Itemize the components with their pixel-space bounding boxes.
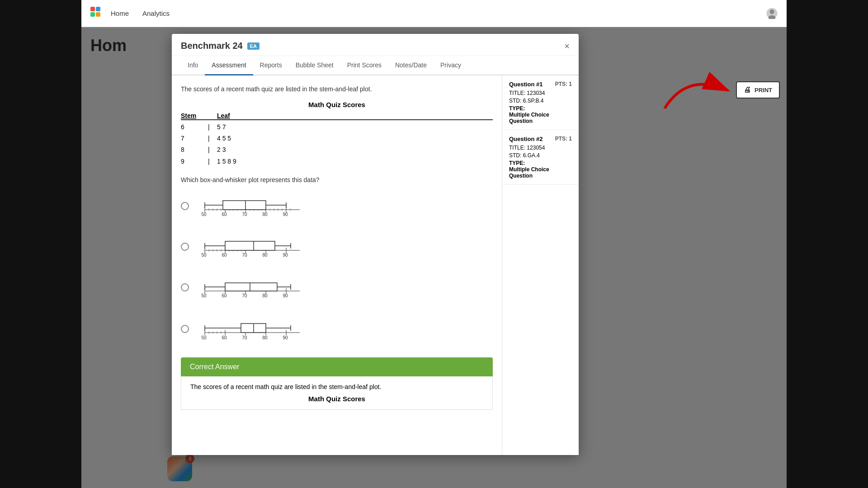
correct-answer-section: Correct Answer The scores of a recent ma…: [181, 357, 493, 410]
q1-pts-value: 1: [569, 81, 572, 87]
svg-text:90: 90: [283, 212, 288, 217]
nav-analytics[interactable]: Analytics: [142, 9, 170, 17]
svg-text:70: 70: [242, 335, 247, 340]
svg-text:90: 90: [283, 293, 288, 298]
print-button-label: PRINT: [755, 87, 772, 94]
svg-point-5: [770, 9, 774, 14]
top-navigation: Home Analytics: [81, 0, 787, 27]
tab-print-scores[interactable]: Print Scores: [340, 56, 388, 75]
nav-right: [766, 8, 778, 19]
answer-option-a: 50 60 70 80 90: [181, 192, 493, 220]
q1-type: TYPE: Multiple Choice Question: [509, 105, 572, 124]
svg-text:70: 70: [242, 253, 247, 258]
q2-std-label: STD:: [509, 152, 521, 159]
svg-text:80: 80: [262, 335, 268, 340]
q1-title-value: 123034: [527, 90, 545, 96]
svg-rect-2: [90, 12, 95, 17]
q1-num: Question #1: [509, 81, 542, 88]
radio-c[interactable]: [181, 283, 189, 291]
svg-text:50: 50: [201, 293, 207, 298]
q2-title-label: TITLE:: [509, 145, 525, 151]
q1-title-label: TITLE:: [509, 90, 525, 96]
modal-title: Benchmark 24 EA: [181, 41, 259, 51]
tab-notes-date[interactable]: Notes/Date: [388, 56, 434, 75]
right-sidebar: [787, 0, 868, 488]
q2-type-value: Multiple Choice Question: [509, 166, 572, 179]
q2-header: Question #2 PTS: 1: [509, 136, 572, 142]
svg-text:70: 70: [242, 212, 247, 217]
svg-text:50: 50: [201, 335, 207, 340]
svg-text:60: 60: [222, 293, 227, 298]
svg-rect-73: [225, 283, 277, 291]
question-sidebar: Question #1 PTS: 1 TITLE: 123034 STD: 6.…: [502, 75, 579, 455]
nav-links: Home Analytics: [111, 9, 170, 17]
table-row: 6 | 5 7: [181, 122, 493, 133]
sidebar-question-2: Question #2 PTS: 1 TITLE: 123054 STD: 6.…: [502, 130, 579, 185]
correct-answer-chart-title: Math Quiz Scores: [190, 395, 483, 403]
svg-text:80: 80: [262, 293, 268, 298]
modal-dialog: Benchmark 24 EA × Info Assessment Report…: [172, 34, 579, 455]
ea-badge: EA: [247, 42, 259, 50]
q1-std-value: 6.SP.B.4: [523, 98, 544, 104]
tab-bubble-sheet[interactable]: Bubble Sheet: [289, 56, 340, 75]
tab-reports[interactable]: Reports: [253, 56, 289, 75]
svg-rect-31: [223, 201, 266, 210]
print-icon: 🖨: [744, 86, 751, 94]
q1-pts-label: PTS:: [555, 81, 567, 87]
nav-home[interactable]: Home: [111, 9, 129, 17]
chart-title: Math Quiz Scores: [181, 101, 493, 108]
plot-b: 50 60 70 80 90: [196, 233, 493, 260]
plot-d: 50 60 70 80 90: [196, 314, 493, 344]
leaf-header: Leaf: [217, 112, 262, 119]
q1-header: Question #1 PTS: 1: [509, 81, 572, 88]
stem-leaf-table: Stem Leaf 6 | 5 7 7 | 4 5 5: [181, 112, 493, 167]
svg-text:60: 60: [222, 335, 227, 340]
modal-title-text: Benchmark 24: [181, 41, 243, 51]
svg-rect-0: [90, 7, 95, 11]
app-logo: [90, 7, 104, 20]
svg-text:50: 50: [201, 212, 207, 217]
q1-type-label: TYPE:: [509, 105, 572, 112]
radio-b[interactable]: [181, 243, 189, 251]
q2-num: Question #2: [509, 136, 542, 142]
q2-std: STD: 6.GA.4: [509, 152, 572, 159]
q2-pts: PTS: 1: [555, 136, 572, 142]
svg-rect-1: [96, 7, 100, 11]
modal-tabs: Info Assessment Reports Bubble Sheet Pri…: [172, 56, 579, 75]
q2-std-value: 6.GA.4: [523, 152, 540, 159]
answer-option-c: 50 60 70 80 90: [181, 274, 493, 301]
svg-rect-3: [96, 12, 100, 17]
stem-header: Stem: [181, 112, 208, 119]
svg-text:90: 90: [283, 335, 288, 340]
svg-text:70: 70: [242, 293, 247, 298]
tab-privacy[interactable]: Privacy: [434, 56, 468, 75]
modal-header: Benchmark 24 EA ×: [172, 34, 579, 56]
q2-title-value: 123054: [527, 145, 545, 151]
tab-assessment[interactable]: Assessment: [205, 56, 253, 75]
svg-rect-56: [225, 241, 275, 250]
print-button[interactable]: 🖨 PRINT: [736, 81, 780, 99]
answer-option-b: 50 60 70 80 90: [181, 233, 493, 260]
q2-type-label: TYPE:: [509, 160, 572, 166]
svg-text:80: 80: [262, 212, 268, 217]
table-row: 9 | 1 5 8 9: [181, 156, 493, 167]
question-intro-text: The scores of a recent math quiz are lis…: [181, 84, 493, 94]
svg-text:80: 80: [262, 253, 268, 258]
tab-info[interactable]: Info: [181, 56, 205, 75]
question-area: The scores of a recent math quiz are lis…: [172, 75, 502, 455]
box-question-text: Which box-and-whisker plot represents th…: [181, 176, 493, 183]
modal-close-button[interactable]: ×: [564, 42, 570, 51]
radio-d[interactable]: [181, 325, 189, 333]
svg-text:60: 60: [222, 253, 227, 258]
svg-text:50: 50: [201, 253, 207, 258]
svg-text:90: 90: [283, 253, 288, 258]
q1-pts: PTS: 1: [555, 81, 572, 88]
q1-std-label: STD:: [509, 98, 521, 104]
radio-a[interactable]: [181, 202, 189, 210]
plot-c: 50 60 70 80 90: [196, 274, 493, 301]
q2-title: TITLE: 123054: [509, 145, 572, 151]
table-row: 8 | 2 3: [181, 144, 493, 155]
correct-answer-body: The scores of a recent math quiz are lis…: [181, 376, 493, 410]
q1-type-value: Multiple Choice Question: [509, 112, 572, 124]
q2-pts-label: PTS:: [555, 136, 567, 142]
